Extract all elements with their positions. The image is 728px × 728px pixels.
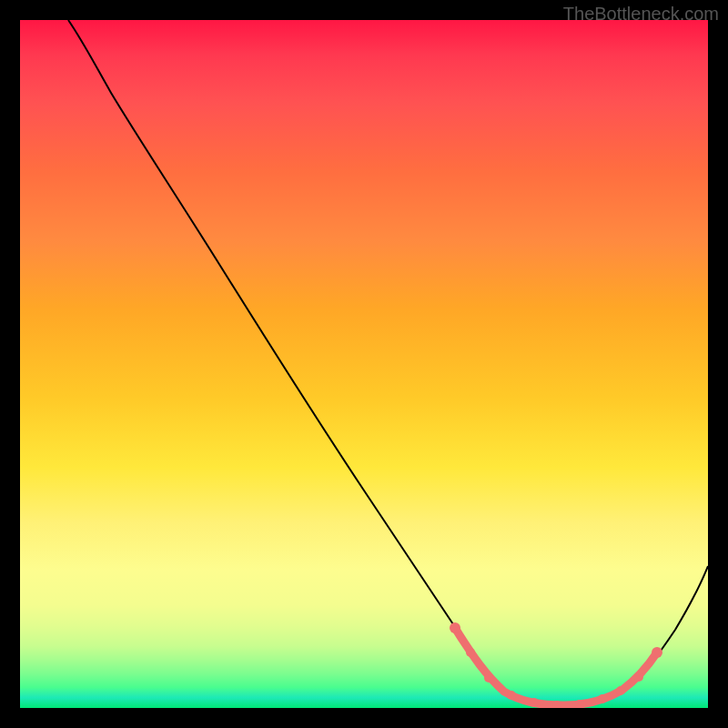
marker-dot [634, 672, 643, 682]
marker-dot [530, 698, 539, 707]
chart-svg [20, 20, 708, 708]
watermark-text: TheBottleneck.com [563, 4, 719, 25]
optimal-region-marker [455, 628, 657, 705]
marker-dot [652, 647, 662, 658]
marker-dot [484, 673, 493, 682]
marker-dot [450, 622, 460, 633]
bottleneck-curve [68, 20, 708, 705]
marker-dot [616, 686, 625, 695]
marker-dot [598, 694, 607, 703]
marker-dot [507, 691, 516, 700]
chart-plot-area [20, 20, 708, 708]
marker-dot [466, 648, 475, 657]
